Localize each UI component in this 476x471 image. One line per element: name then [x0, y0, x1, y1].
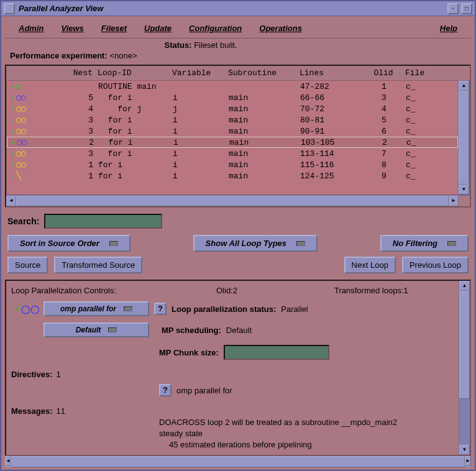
cell-file: c_ [406, 138, 437, 147]
cell-loopid: for j [98, 104, 173, 114]
cell-variable: i [173, 138, 229, 147]
cell-olid: 6 [362, 127, 406, 136]
table-hscrollbar[interactable]: ◄ ► [6, 195, 470, 206]
mp-scheduling-value: Default [226, 326, 252, 335]
table-row[interactable]: ✓◯◯3 for iimain80-815c_ [7, 114, 458, 126]
menu-views[interactable]: Views [52, 21, 92, 35]
parallel-status-label: Loop parallelization status: [172, 304, 276, 314]
cell-loopid: for i [98, 160, 173, 170]
help-icon[interactable]: ? [159, 384, 172, 396]
cell-loopid: for i [98, 127, 173, 136]
search-input[interactable] [44, 214, 162, 229]
scroll-right-icon[interactable]: ► [465, 456, 471, 466]
cell-variable: i [173, 149, 229, 158]
default-option[interactable]: Default [43, 322, 149, 337]
loop-icon: ◯◯ [21, 304, 40, 314]
cell-file: c_ [406, 93, 437, 103]
table-row[interactable]: ✓◯◯3 for iimain113-1147c_ [7, 148, 458, 159]
message-text: DOACROSS loop 2 will be treated as a sub… [159, 417, 456, 428]
cell-file: c_ [406, 149, 437, 158]
scroll-down-icon[interactable]: ▼ [459, 185, 469, 194]
row-icon: ✓◯◯ [9, 137, 43, 147]
row-icon: ✓◯◯ [8, 126, 42, 136]
minimize-button[interactable]: ▫ [447, 3, 459, 14]
scroll-down-icon[interactable]: ▼ [459, 445, 470, 455]
window-title: Parallel Analyzer View [19, 4, 447, 13]
omp-option[interactable]: omp parallel for [43, 301, 149, 316]
check-icon: ✓ [14, 304, 20, 313]
table-vscrollbar[interactable]: ▲ ▼ [458, 81, 469, 194]
parallel-status-value: Parallel [281, 304, 308, 314]
cell-loopid: for i [98, 116, 173, 125]
row-icon: ✓◯◯ [8, 160, 42, 170]
cell-nest: 2 [43, 138, 99, 147]
window-menu-button[interactable] [4, 3, 15, 14]
previous-loop-button[interactable]: Previous Loop [402, 257, 469, 273]
cell-olid: 2 [363, 138, 406, 147]
cell-variable: i [173, 160, 229, 170]
row-icon: ✓◯ [8, 81, 42, 91]
table-row[interactable]: ✓◯◯1for iimain115-1168c_ [7, 159, 458, 170]
cell-nest: 3 [42, 116, 98, 125]
table-row[interactable]: ✓╲1for iimain124-1259c_ [7, 170, 458, 181]
cell-lines: 66-66 [300, 93, 362, 103]
table-row[interactable]: ✓◯ROUTINE main47-2821c_ [7, 81, 458, 92]
controls-vscrollbar[interactable]: ▲ ▼ [459, 281, 470, 455]
scroll-left-icon[interactable]: ◄ [5, 456, 11, 466]
olid-display: Olid:2 [216, 286, 334, 295]
menu-fileset[interactable]: Fileset [93, 21, 135, 35]
table-row[interactable]: ✓◯◯3 for iimain90-916c_ [7, 126, 458, 137]
transformed-source-button[interactable]: Transformed Source [54, 257, 142, 273]
messages-label: Messages: 11 [11, 398, 456, 416]
table-row[interactable]: ✓◯◯2 for iimain103-1052c_ [7, 137, 458, 148]
chunk-size-input[interactable] [224, 345, 329, 360]
scroll-up-icon[interactable]: ▲ [459, 281, 470, 291]
menu-configuration[interactable]: Configuration [180, 21, 250, 35]
menu-operations[interactable]: Operations [250, 21, 311, 35]
cell-lines: 80-81 [300, 116, 362, 125]
cell-lines: 47-282 [300, 82, 362, 91]
scroll-up-icon[interactable]: ▲ [459, 81, 469, 91]
table-row[interactable]: ✓◯◯5 for iimain66-663c_ [7, 92, 458, 103]
row-icon: ✓◯◯ [8, 93, 42, 103]
cell-lines: 113-114 [300, 149, 362, 158]
cell-nest: 1 [42, 160, 98, 170]
maximize-button[interactable]: □ [461, 3, 472, 14]
cell-olid: 1 [362, 82, 406, 91]
option-indicator-icon [108, 327, 117, 332]
cell-subroutine: main [229, 160, 300, 170]
menu-update[interactable]: Update [135, 21, 180, 35]
directive-text: omp parallel for [176, 386, 232, 395]
cell-olid: 5 [362, 116, 406, 125]
help-icon[interactable]: ? [154, 303, 167, 315]
transformed-loops-display: Transformed loops:1 [334, 286, 408, 295]
cell-subroutine: main [229, 93, 300, 103]
filter-option[interactable]: No Filtering [380, 235, 469, 252]
cell-nest: 4 [42, 104, 98, 114]
cell-nest: 5 [42, 93, 98, 103]
menu-help[interactable]: Help [431, 21, 466, 35]
bottom-hscrollbar[interactable]: ◄ ► [5, 456, 471, 467]
cell-nest: 3 [42, 149, 98, 158]
next-loop-button[interactable]: Next Loop [344, 257, 396, 273]
perf-experiment-line: Performance experiment: <none> [10, 50, 466, 61]
cell-loopid: for i [98, 171, 173, 181]
sort-option[interactable]: Sort in Source Order [7, 235, 130, 252]
scroll-left-icon[interactable]: ◄ [6, 196, 16, 206]
cell-nest: 1 [42, 171, 98, 181]
mp-scheduling-label: MP scheduling: [162, 326, 221, 335]
cell-variable: i [173, 127, 229, 136]
cell-lines: 90-91 [300, 127, 362, 136]
scroll-right-icon[interactable]: ► [449, 196, 459, 206]
row-icon: ✓╲ [8, 171, 42, 181]
row-icon: ✓◯◯ [8, 149, 42, 158]
source-button[interactable]: Source [7, 257, 48, 273]
titlebar: Parallel Analyzer View ▫ □ [1, 1, 475, 16]
table-row[interactable]: ✓◯◯4 for jjmain70-724c_ [7, 103, 458, 114]
cell-variable: i [173, 171, 229, 181]
show-option[interactable]: Show All Loop Types [193, 235, 318, 252]
cell-lines: 115-116 [300, 160, 362, 170]
cell-olid: 9 [362, 171, 406, 181]
message-text: steady state [159, 428, 456, 439]
menu-admin[interactable]: Admin [10, 21, 52, 35]
